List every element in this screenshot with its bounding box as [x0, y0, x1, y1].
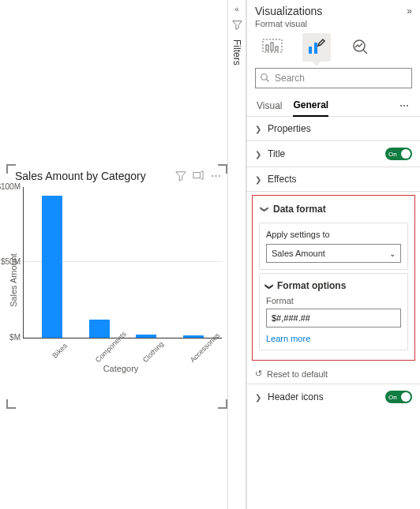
filter-icon[interactable]	[174, 170, 187, 182]
resize-handle-bl[interactable]	[6, 399, 16, 409]
format-options-card: ❯ Format options Format Learn more	[259, 273, 408, 350]
visualizations-panel: Visualizations » Format visual Search Vi…	[246, 0, 420, 509]
y-tick: $100M	[0, 182, 21, 191]
chevron-right-icon: ❯	[255, 150, 263, 159]
focus-mode-icon[interactable]	[192, 170, 204, 182]
svg-rect-3	[271, 43, 273, 51]
build-visual-tab[interactable]	[258, 33, 287, 62]
panel-title: Visualizations	[255, 5, 322, 17]
apply-settings-card: Apply settings to Sales Amount ⌄	[259, 223, 408, 270]
reset-icon: ↺	[255, 369, 262, 379]
chart-plot-area: $M $50M $100M	[23, 187, 222, 339]
y-tick: $M	[0, 333, 21, 342]
section-title[interactable]: ❯ Title On	[247, 141, 420, 167]
section-properties[interactable]: ❯ Properties	[247, 117, 420, 141]
y-tick: $50M	[0, 257, 21, 266]
tab-more-icon[interactable]: ⋯	[398, 100, 411, 111]
x-tick: Clothing	[141, 342, 163, 364]
apply-settings-label: Apply settings to	[266, 230, 401, 239]
format-tabs: Visual General ⋯	[247, 95, 420, 117]
format-input[interactable]	[266, 309, 401, 327]
y-axis-label: Sales Amount	[7, 187, 20, 373]
chart-title: Sales Amount by Category	[15, 170, 174, 182]
chevron-right-icon: ❯	[255, 175, 263, 184]
learn-more-link[interactable]: Learn more	[266, 334, 401, 343]
filters-label: Filters	[231, 39, 242, 65]
search-input[interactable]: Search	[255, 68, 412, 88]
chart-visual[interactable]: Sales Amount by Category ⋯ Sales Amount …	[6, 164, 227, 409]
format-label: Format	[266, 296, 401, 305]
tab-visual[interactable]: Visual	[257, 95, 282, 116]
chevron-down-icon: ❯	[261, 205, 269, 213]
visual-header: Sales Amount by Category ⋯	[7, 165, 227, 184]
svg-rect-4	[276, 47, 278, 51]
format-options-header[interactable]: ❯ Format options	[266, 280, 401, 291]
panel-subtitle: Format visual	[247, 19, 420, 33]
reset-to-default[interactable]: ↺ Reset to default	[247, 364, 420, 384]
report-canvas: Sales Amount by Category ⋯ Sales Amount …	[0, 0, 227, 509]
collapse-icon[interactable]: «	[234, 5, 239, 13]
search-placeholder: Search	[275, 73, 305, 84]
svg-point-8	[261, 74, 268, 80]
resize-handle-br[interactable]	[218, 399, 227, 409]
x-tick: Bikes	[47, 342, 69, 364]
section-effects[interactable]: ❯ Effects	[247, 167, 420, 192]
chevron-right-icon: ❯	[255, 125, 263, 133]
bar-accessories[interactable]	[183, 335, 204, 338]
bar-components[interactable]	[89, 320, 110, 338]
expand-icon[interactable]: »	[407, 6, 412, 17]
chevron-right-icon: ❯	[255, 393, 263, 402]
apply-settings-dropdown[interactable]: Sales Amount ⌄	[266, 244, 401, 263]
filters-panel-collapsed[interactable]: « Filters	[227, 0, 246, 509]
title-toggle[interactable]: On	[385, 148, 412, 160]
x-tick: Accessories	[189, 342, 211, 364]
analytics-tab[interactable]	[347, 33, 375, 62]
resize-handle-tr[interactable]	[218, 164, 227, 174]
svg-rect-0	[193, 172, 201, 178]
header-icons-toggle[interactable]: On	[385, 391, 412, 403]
section-header-icons[interactable]: ❯ Header icons On	[247, 384, 420, 410]
search-icon	[261, 73, 270, 83]
x-axis-label: Category	[20, 364, 222, 373]
filter-icon	[232, 20, 242, 30]
format-mode-tabs	[247, 33, 420, 68]
data-format-callout: ❯ Data format Apply settings to Sales Am…	[252, 195, 415, 361]
section-data-format[interactable]: ❯ Data format	[256, 199, 411, 219]
tab-general[interactable]: General	[293, 95, 328, 117]
chevron-down-icon: ⌄	[389, 249, 396, 258]
bar-bikes[interactable]	[42, 196, 62, 338]
chevron-down-icon: ❯	[265, 283, 274, 289]
svg-rect-2	[266, 45, 268, 51]
resize-handle-tl[interactable]	[6, 164, 16, 174]
dropdown-value: Sales Amount	[272, 249, 325, 258]
bar-clothing[interactable]	[136, 335, 156, 338]
x-tick: Components	[94, 342, 116, 364]
svg-rect-6	[314, 43, 317, 54]
svg-rect-5	[309, 47, 312, 54]
format-visual-tab[interactable]	[302, 33, 331, 62]
